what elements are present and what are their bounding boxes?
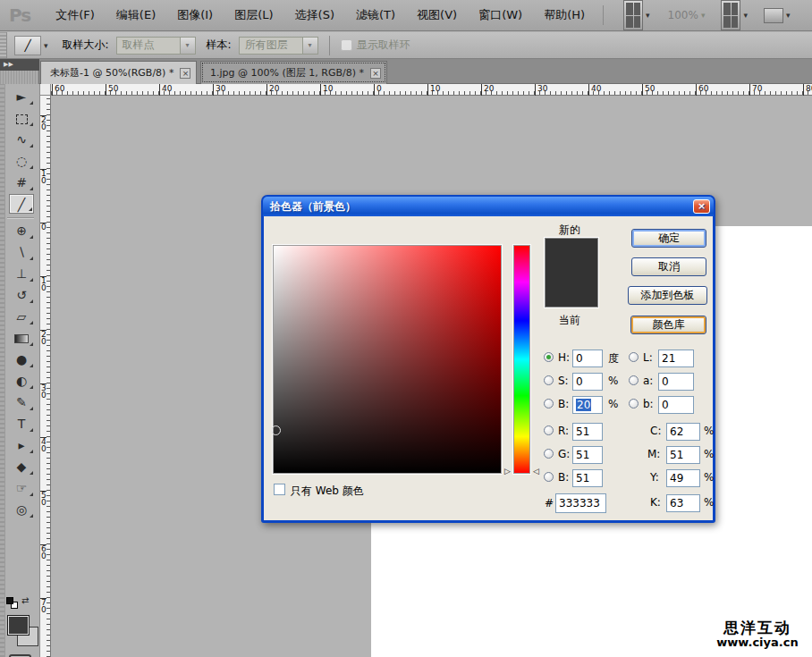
menu-select[interactable]: 选择(S): [284, 4, 345, 27]
menu-file[interactable]: 文件(F): [45, 4, 106, 27]
lab-b-radio[interactable]: [629, 399, 639, 409]
type-tool[interactable]: T: [9, 414, 34, 434]
shape-tool[interactable]: ◆: [9, 457, 34, 476]
default-colors-icon[interactable]: [6, 597, 19, 609]
ruler-label: 30: [213, 84, 225, 96]
eyedropper-tool[interactable]: ╱: [9, 194, 34, 214]
tool-preset-caret[interactable]: ▾: [44, 41, 48, 50]
tab-untitled-1-close-icon[interactable]: ×: [180, 68, 190, 79]
eraser-tool[interactable]: ▱: [9, 307, 34, 326]
spot-healing-brush-tool[interactable]: ⊕: [9, 221, 34, 240]
screen-mode-caret[interactable]: ▾: [786, 11, 791, 20]
foreground-color-swatch[interactable]: [7, 615, 30, 636]
hue-slider[interactable]: [513, 245, 530, 474]
hue-slider-right-arrow-icon[interactable]: ◁: [533, 467, 539, 476]
toolbox-grip[interactable]: [0, 71, 39, 84]
pen-tool[interactable]: ✎: [9, 392, 34, 412]
menu-help[interactable]: 帮助(H): [533, 4, 596, 27]
photoshop-window: Ps 文件(F) 编辑(E) 图像(I) 图层(L) 选择(S) 滤镜(T) 视…: [0, 0, 812, 657]
panel-edge-grip[interactable]: [0, 84, 5, 657]
c-input[interactable]: [666, 423, 700, 441]
move-tool[interactable]: ►: [9, 87, 34, 106]
sample-size-caret-icon[interactable]: ▾: [180, 38, 195, 54]
rectangular-marquee-tool[interactable]: [9, 108, 34, 128]
path-selection-tool[interactable]: ▸: [9, 435, 34, 455]
menu-window[interactable]: 窗口(W): [468, 4, 533, 27]
hand-tool[interactable]: ☞: [9, 478, 34, 498]
s-radio[interactable]: [544, 375, 554, 385]
only-web-colors-label: 只有 Web 颜色: [291, 484, 364, 499]
show-sampling-ring-checkbox[interactable]: [341, 39, 352, 51]
menu-image[interactable]: 图像(I): [166, 4, 224, 27]
a-radio[interactable]: [629, 375, 639, 385]
zoom-dropdown-caret[interactable]: ▾: [701, 11, 706, 20]
sample-caret-icon[interactable]: ▾: [302, 38, 317, 54]
r-radio[interactable]: [544, 425, 554, 435]
color-field-marker[interactable]: [271, 425, 281, 435]
vertical-ruler[interactable]: 20 10 0 10 20 30 40 50 60 70: [40, 96, 51, 657]
saturation-brightness-field[interactable]: [273, 245, 502, 474]
swap-colors-icon[interactable]: ⇄: [21, 595, 29, 605]
sample-dropdown[interactable]: 所有图层 ▾: [239, 37, 318, 55]
menu-filter[interactable]: 滤镜(T): [345, 4, 406, 27]
zoom-tool[interactable]: ◎: [9, 500, 34, 519]
options-bar-grip[interactable]: [0, 32, 7, 58]
ok-button[interactable]: 确定: [631, 229, 706, 248]
zoom-level-value[interactable]: 100%: [668, 9, 698, 21]
y-input[interactable]: [666, 469, 700, 487]
s-unit: %: [608, 375, 618, 387]
ruler-label: 10: [427, 84, 440, 96]
sample-size-dropdown[interactable]: 取样点 ▾: [116, 37, 196, 55]
hue-slider-left-arrow-icon[interactable]: ▷: [504, 467, 511, 476]
add-to-swatches-button[interactable]: 添加到色板: [628, 286, 707, 305]
hex-input[interactable]: [555, 493, 606, 513]
tab-1jpg-close-icon[interactable]: ×: [370, 68, 381, 79]
lasso-tool[interactable]: ∿: [9, 130, 34, 149]
k-input[interactable]: [666, 494, 700, 512]
rgb-b-input[interactable]: [572, 469, 603, 487]
arrange-dropdown-caret[interactable]: ▾: [743, 11, 748, 20]
quick-selection-tool[interactable]: ◌: [9, 151, 34, 171]
tab-untitled-1[interactable]: 未标题-1 @ 50%(RGB/8) * ×: [40, 61, 197, 84]
eyedropper-tool-preset-icon[interactable]: ╱: [14, 36, 41, 55]
lab-b-input[interactable]: [658, 396, 694, 414]
brush-tool[interactable]: ∖: [9, 242, 34, 262]
g-radio[interactable]: [544, 449, 554, 459]
menu-view[interactable]: 视图(V): [406, 4, 468, 27]
b-input[interactable]: 20: [572, 396, 603, 414]
s-input[interactable]: [572, 373, 603, 391]
m-input[interactable]: [666, 446, 700, 464]
toolbox-collapse-chevrons-icon[interactable]: ▶▶: [0, 59, 39, 71]
r-input[interactable]: [572, 423, 603, 441]
gradient-tool[interactable]: [9, 328, 34, 348]
ruler-label: 50: [642, 84, 655, 96]
h-radio[interactable]: [544, 352, 554, 362]
color-libraries-button[interactable]: 颜色库: [630, 316, 706, 334]
a-input[interactable]: [658, 373, 694, 391]
h-input[interactable]: [572, 350, 603, 367]
history-brush-tool[interactable]: ↺: [9, 285, 34, 305]
crop-tool[interactable]: #: [9, 173, 34, 192]
options-bar: ╱ ▾ 取样大小: 取样点 ▾ 样本: 所有图层 ▾ 显示取样环: [0, 32, 812, 59]
arrange-documents-icon[interactable]: [721, 0, 740, 30]
l-radio[interactable]: [629, 352, 639, 362]
clone-stamp-tool[interactable]: ⊥: [9, 264, 34, 283]
tab-1jpg[interactable]: 1.jpg @ 100% (图层 1, RGB/8) * ×: [200, 61, 387, 84]
dialog-title-bar[interactable]: 拾色器（前景色） ×: [263, 197, 714, 216]
only-web-colors-checkbox[interactable]: [274, 484, 285, 495]
b-radio[interactable]: [544, 399, 554, 409]
bridge-dropdown-caret[interactable]: ▾: [646, 11, 650, 20]
menu-layer[interactable]: 图层(L): [224, 4, 283, 27]
dialog-close-icon[interactable]: ×: [693, 199, 710, 214]
menu-edit[interactable]: 编辑(E): [106, 4, 166, 27]
horizontal-ruler[interactable]: 60 50 40 30 20 10 0 10 20 30 40 50 60 70…: [51, 84, 812, 96]
g-input[interactable]: [572, 446, 603, 464]
l-input[interactable]: [658, 350, 694, 367]
screen-mode-icon[interactable]: [764, 8, 783, 23]
launch-bridge-icon[interactable]: [623, 0, 643, 30]
cancel-button[interactable]: 取消: [631, 257, 706, 276]
blur-tool[interactable]: ●: [9, 350, 34, 369]
y-unit: %: [704, 471, 714, 484]
rgb-b-radio[interactable]: [544, 472, 554, 482]
dodge-tool[interactable]: ◐: [9, 371, 34, 391]
